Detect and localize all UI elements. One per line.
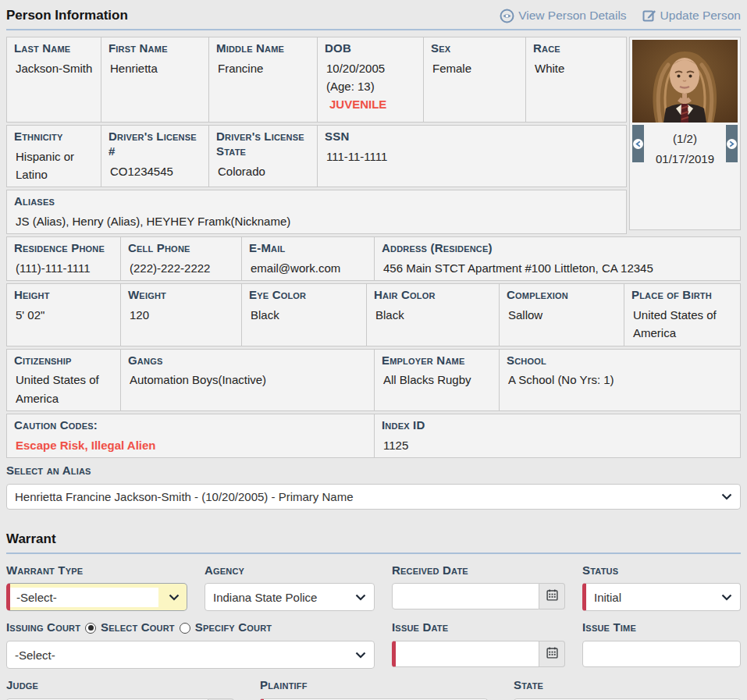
caution-codes-value: Escape Risk, Illegal Alien (14, 436, 367, 454)
agency-field: Agency Indiana State Police (205, 563, 375, 612)
status-field: Status Initial (582, 563, 741, 612)
warrant-type-field: Warrant Type -Select- (6, 563, 187, 612)
page-title: Person Information (6, 8, 128, 23)
field-employer-name: Employer Name All Blacks Rugby (375, 349, 500, 411)
field-dob: DOB 10/20/2005 (Age: 13) JUVENILE (318, 37, 424, 123)
issue-date-input[interactable] (392, 641, 539, 667)
specify-court-radio[interactable] (180, 623, 190, 634)
chevron-down-icon (349, 652, 366, 659)
field-middle-name: Middle Name Francine (209, 37, 318, 123)
issuing-court-field: Issuing Court Select Court Specify Court… (6, 620, 375, 669)
field-hair-color: Hair Color Black (367, 283, 500, 346)
photo-next-button[interactable] (726, 125, 738, 162)
field-race: Race White (526, 37, 627, 123)
update-person-link[interactable]: Update Person (642, 9, 741, 23)
field-eye-color: Eye Color Black (242, 283, 367, 346)
select-court-radio-label[interactable]: Select Court (101, 620, 175, 635)
received-date-input[interactable] (392, 583, 539, 609)
field-residence-phone: Residence Phone (111)-111-1111 (6, 236, 121, 281)
page: Person Information View Person Details U… (0, 0, 747, 700)
field-school: School A School (No Yrs: 1) (500, 349, 741, 411)
judge-field: Judge (6, 678, 234, 700)
field-ssn: SSN 111-11-1111 (318, 125, 627, 187)
warrant-form-row-2: Issuing Court Select Court Specify Court… (6, 620, 741, 669)
warrant-section: Warrant Warrant Type -Select- Agency (6, 530, 741, 700)
issue-time-field: Issue Time (582, 620, 741, 669)
issuing-court-select[interactable]: -Select- (6, 641, 375, 669)
issue-date-calendar-button[interactable] (539, 641, 565, 667)
field-index-id: Index ID 1125 (375, 414, 741, 458)
select-an-alias-label: Select an Alias (6, 464, 741, 478)
chevron-down-icon (715, 493, 732, 500)
field-citizenship: Citizenship United States of America (6, 349, 121, 411)
info-row-3: Aliases JS (Alias), Henry (Alias), HEYHE… (6, 190, 627, 234)
person-photo (632, 40, 738, 123)
alias-select-block: Select an Alias Henrietta Francine Jacks… (6, 464, 741, 510)
field-email: E-Mail email@work.com (242, 236, 375, 281)
alias-select[interactable]: Henrietta Francine Jackson-Smith - (10/2… (6, 484, 741, 510)
info-row-1: Last Name Jackson-Smith First Name Henri… (6, 37, 627, 123)
warrant-form-row-1: Warrant Type -Select- Agency Indiana Sta… (6, 563, 741, 612)
juvenile-badge: JUVENILE (325, 95, 416, 113)
chevron-down-icon (162, 594, 187, 601)
state-field: State Indiana (514, 678, 741, 700)
pencil-square-icon (642, 9, 656, 23)
arrow-right-circle-icon (727, 139, 737, 149)
info-row-5: Height 5' 02" Weight 120 Eye Color Black… (6, 283, 741, 346)
field-complexion: Complexion Sallow (500, 283, 624, 346)
arrow-left-circle-icon (633, 139, 643, 149)
field-sex: Sex Female (424, 37, 526, 123)
field-height: Height 5' 02" (6, 283, 121, 346)
calendar-icon (546, 589, 558, 604)
agency-select[interactable]: Indiana State Police (205, 583, 375, 611)
specify-court-radio-label[interactable]: Specify Court (195, 620, 272, 635)
issue-date-field: Issue Date (392, 620, 565, 669)
chevron-down-icon (349, 594, 366, 601)
photo-panel: (1/2) 01/17/2019 (629, 37, 741, 230)
photo-date: 01/17/2019 (632, 149, 738, 169)
calendar-icon (546, 647, 558, 662)
plaintiff-field: Plaintiff (260, 678, 488, 700)
info-row-6: Citizenship United States of America Gan… (6, 349, 741, 411)
photo-previous-button[interactable] (632, 125, 644, 162)
field-ethnicity: Ethnicity Hispanic or Latino (6, 125, 101, 187)
eye-circle-icon (500, 9, 514, 23)
received-date-field: Received Date (392, 563, 565, 612)
field-caution-codes: Caution Codes: Escape Risk, Illegal Alie… (6, 414, 375, 458)
warrant-form-row-3: Judge Plaintiff State (6, 678, 741, 700)
field-last-name: Last Name Jackson-Smith (6, 37, 101, 123)
field-first-name: First Name Henrietta (101, 37, 209, 123)
field-place-of-birth: Place of Birth United States of America (624, 283, 741, 346)
field-weight: Weight 120 (121, 283, 242, 346)
header-actions: View Person Details Update Person (500, 9, 741, 23)
received-date-calendar-button[interactable] (539, 583, 565, 609)
warrant-title: Warrant (6, 531, 56, 547)
person-information-header: Person Information View Person Details U… (6, 6, 741, 30)
field-gangs: Gangs Automation Boys(Inactive) (121, 349, 375, 411)
issue-time-input[interactable] (582, 641, 741, 667)
info-row-2: Ethnicity Hispanic or Latino Driver's Li… (6, 125, 627, 187)
warrant-type-select[interactable]: -Select- (6, 583, 187, 611)
status-select[interactable]: Initial (582, 583, 741, 611)
photo-page-indicator: (1/2) (632, 129, 738, 149)
photo-caption: (1/2) 01/17/2019 (632, 123, 738, 170)
view-person-details-link[interactable]: View Person Details (500, 9, 626, 23)
warrant-header: Warrant (6, 530, 741, 554)
chevron-down-icon (715, 594, 732, 601)
field-drivers-license-state: Driver's License State Colorado (209, 125, 318, 187)
field-drivers-license-number: Driver's License # CO1234545 (101, 125, 209, 187)
field-address-residence: Address (Residence) 456 Main STCT Apartm… (375, 236, 741, 281)
field-aliases: Aliases JS (Alias), Henry (Alias), HEYHE… (6, 190, 627, 234)
field-cell-phone: Cell Phone (222)-222-2222 (121, 236, 242, 281)
info-row-7: Caution Codes: Escape Risk, Illegal Alie… (6, 414, 741, 458)
info-row-4: Residence Phone (111)-111-1111 Cell Phon… (6, 236, 741, 281)
age-text: (Age: 13) (325, 77, 416, 95)
person-info-grid: Last Name Jackson-Smith First Name Henri… (6, 37, 741, 458)
select-court-radio[interactable] (85, 623, 96, 634)
